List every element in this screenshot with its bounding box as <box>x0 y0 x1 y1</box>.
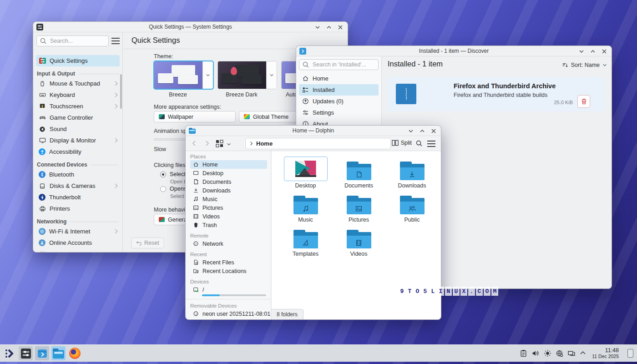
theme-card-breeze-dark[interactable] <box>217 61 277 89</box>
dolphin-titlebar[interactable]: Home — Dolphin <box>186 126 441 136</box>
sidebar-item-game-controller[interactable]: Game Controller <box>36 112 120 123</box>
gamepad-icon <box>39 114 46 121</box>
brightness-icon[interactable] <box>544 349 551 357</box>
settings-menu-icon[interactable] <box>111 38 120 44</box>
dolphin-toolbar: Home Split <box>186 136 441 151</box>
discover-nav-installed[interactable]: Installed <box>299 84 379 96</box>
theme-card-breeze[interactable] <box>154 61 213 89</box>
sidebar-item-mouse-touchpad[interactable]: Mouse & Touchpad <box>36 78 120 89</box>
place-pictures[interactable]: Pictures <box>190 203 267 212</box>
theme-dropdown-button[interactable] <box>266 61 277 89</box>
maximize-icon[interactable] <box>590 49 596 54</box>
sidebar-item-accessibility[interactable]: Accessibility <box>36 146 120 157</box>
place-recent-locations[interactable]: Recent Locations <box>190 267 267 275</box>
sidebar-item-bluetooth[interactable]: Bluetooth <box>36 169 120 180</box>
place-videos[interactable]: Videos <box>190 212 267 221</box>
sidebar-item-quick-settings[interactable]: Quick Settings <box>36 55 120 66</box>
device-root[interactable]: / <box>190 285 267 294</box>
place-documents[interactable]: Documents <box>190 177 267 186</box>
place-downloads[interactable]: Downloads <box>190 186 267 195</box>
folder-item-desktop[interactable]: Desktop <box>279 155 332 189</box>
taskbar-discover[interactable] <box>35 346 49 360</box>
close-icon[interactable] <box>338 25 343 30</box>
chevron-right-icon <box>113 93 118 97</box>
settings-search-field[interactable] <box>36 35 109 46</box>
network-globe-icon[interactable] <box>556 349 563 357</box>
place-desktop[interactable]: Desktop <box>190 169 267 177</box>
sidebar-item-keyboard[interactable]: Keyboard <box>36 89 120 101</box>
settings-search-input[interactable] <box>49 37 106 45</box>
view-mode-icon[interactable] <box>216 140 223 147</box>
settings-titlebar[interactable]: Quick Settings — System Settings <box>33 22 348 32</box>
sidebar-item-online-accounts[interactable]: Online Accounts <box>36 237 120 248</box>
split-button[interactable]: Split <box>392 140 412 146</box>
minimize-icon[interactable] <box>408 128 414 134</box>
sort-control[interactable]: Sort: Name <box>562 62 607 68</box>
breadcrumb[interactable]: Home <box>245 138 391 149</box>
folder-icon <box>400 162 425 180</box>
chevron-down-icon[interactable] <box>227 142 231 147</box>
volume-icon[interactable] <box>531 349 540 357</box>
folder-item-documents[interactable]: Documents <box>332 155 385 189</box>
undo-icon <box>136 240 142 246</box>
tray-expand-icon[interactable] <box>580 350 586 356</box>
place-home[interactable]: Home <box>190 160 267 169</box>
search-icon[interactable] <box>415 140 423 147</box>
chevron-right-icon <box>113 138 118 143</box>
theme-name: Breeze <box>154 91 202 98</box>
theme-dropdown-button[interactable] <box>202 61 213 89</box>
sidebar-item-wifi-internet[interactable]: Wi-Fi & Internet <box>36 226 120 237</box>
maximize-icon[interactable] <box>326 25 332 30</box>
sliders-icon <box>302 109 309 116</box>
dolphin-menu-icon[interactable] <box>427 141 435 147</box>
folder-item-videos[interactable]: Videos <box>332 223 385 257</box>
radio-off-icon[interactable] <box>160 186 166 192</box>
discover-header: Installed - 1 item <box>388 60 443 68</box>
folder-item-downloads[interactable]: Downloads <box>385 155 439 189</box>
sidebar-item-remote-desktop[interactable]: Remote Desktop <box>36 248 120 252</box>
sidebar-item-thunderbolt[interactable]: Thunderbolt <box>36 192 120 203</box>
minimize-icon[interactable] <box>315 25 320 30</box>
folder-item-pictures[interactable]: Pictures <box>332 189 385 223</box>
discover-nav-settings[interactable]: Settings <box>299 107 379 118</box>
wallpaper-button[interactable]: Wallpaper <box>154 111 236 122</box>
sidebar-item-display-monitor[interactable]: Display & Monitor <box>36 135 120 146</box>
place-recent-files[interactable]: Recent Files <box>190 258 267 267</box>
folder-item-templates[interactable]: Templates <box>279 223 332 257</box>
clipboard-icon[interactable] <box>520 349 527 357</box>
screens-icon[interactable] <box>567 349 576 357</box>
radio-on-icon[interactable] <box>160 172 166 177</box>
clock[interactable]: 11:48 11 Dec 2025 <box>592 348 619 359</box>
discover-titlebar[interactable]: Installed - 1 item — Discover <box>296 46 612 56</box>
sidebar-item-printers[interactable]: Printers <box>36 203 120 214</box>
app-launcher-button[interactable] <box>2 346 16 360</box>
taskbar-firefox[interactable] <box>68 346 82 360</box>
folder-item-public[interactable]: Public <box>385 189 439 223</box>
discover-search-field[interactable] <box>299 59 379 70</box>
close-icon[interactable] <box>602 49 607 54</box>
maximize-icon[interactable] <box>420 128 425 134</box>
place-trash[interactable]: Trash <box>190 221 267 229</box>
discover-nav-home[interactable]: Home <box>299 73 379 84</box>
discover-search-input[interactable] <box>312 61 375 68</box>
taskbar-system-settings[interactable] <box>19 346 33 360</box>
sidebar-item-touchscreen[interactable]: Touchscreen <box>36 101 120 112</box>
show-desktop-button[interactable] <box>627 349 633 358</box>
discover-nav-updates[interactable]: Updates (0) <box>299 96 379 107</box>
sidebar-scrollbar[interactable] <box>120 74 122 109</box>
reset-button[interactable]: Reset <box>131 238 164 248</box>
desktop-preview-thumbnail <box>295 161 316 177</box>
place-network[interactable]: Network <box>190 239 267 248</box>
sidebar-item-disks-cameras[interactable]: Disks & Cameras <box>36 180 120 192</box>
back-icon[interactable] <box>191 140 197 147</box>
forward-icon[interactable] <box>204 140 210 147</box>
minimize-icon[interactable] <box>579 49 584 54</box>
folder-item-music[interactable]: Music <box>279 189 332 223</box>
installed-app-card[interactable]: Firefox and Thunderbird Archive Firefox … <box>387 77 606 111</box>
device-removable[interactable]: D neon user 20251211-08:01 <box>190 309 267 318</box>
sidebar-item-sound[interactable]: Sound <box>36 123 120 135</box>
taskbar-dolphin[interactable] <box>51 346 66 360</box>
close-icon[interactable] <box>431 128 436 134</box>
uninstall-button[interactable] <box>577 95 590 108</box>
place-music[interactable]: Music <box>190 195 267 203</box>
